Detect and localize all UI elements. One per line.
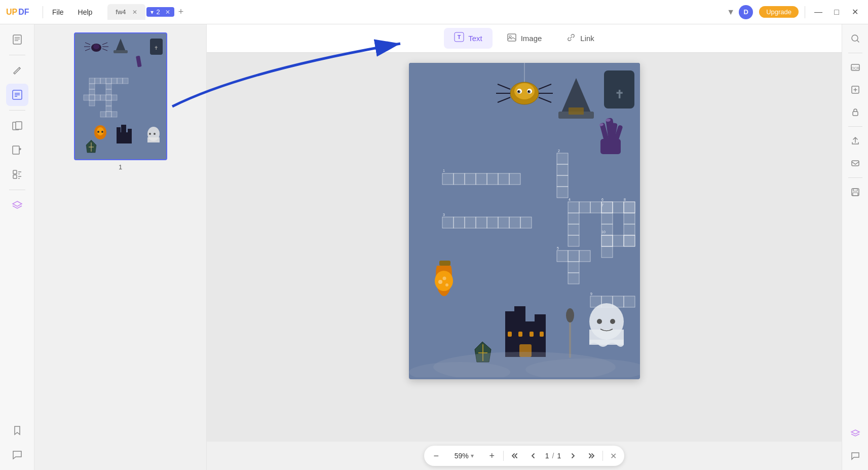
tab-2[interactable]: ▾ 2 ✕ [146, 7, 174, 17]
upgrade-divider [805, 6, 805, 18]
svg-rect-45 [106, 95, 111, 100]
upgrade-button[interactable]: Upgrade [759, 6, 799, 18]
right-icon-lock[interactable] [845, 102, 865, 122]
svg-rect-136 [509, 217, 520, 228]
link-icon [566, 32, 576, 44]
svg-rect-49 [106, 100, 111, 106]
svg-text:1: 1 [443, 169, 445, 172]
tab-fw4[interactable]: fw4 ✕ [107, 4, 145, 20]
zoom-dropdown-icon[interactable]: ▾ [471, 452, 474, 459]
sidebar-icon-convert[interactable] [6, 139, 28, 161]
nav-next-button[interactable] [565, 448, 581, 464]
sidebar-icon-pages[interactable] [6, 115, 28, 137]
sidebar-divider-2 [9, 110, 25, 111]
sidebar-icon-bookmark[interactable] [6, 419, 28, 442]
sidebar-icon-forms[interactable] [6, 163, 28, 186]
svg-point-56 [97, 131, 99, 133]
svg-rect-42 [84, 95, 89, 100]
nav-last-button[interactable] [583, 448, 599, 464]
svg-rect-111 [557, 164, 568, 175]
right-icon-save[interactable] [845, 182, 865, 202]
svg-rect-130 [442, 217, 454, 228]
logo-divider [43, 6, 43, 18]
toolbar-link-label: Link [580, 34, 594, 43]
minimize-button[interactable]: — [811, 5, 825, 19]
menu-file[interactable]: File [45, 6, 71, 18]
right-icon-comments[interactable] [845, 446, 865, 466]
svg-point-61 [154, 133, 156, 135]
svg-point-57 [101, 131, 103, 133]
svg-rect-106 [465, 173, 476, 185]
tab-fw4-close[interactable]: ✕ [132, 9, 137, 16]
svg-rect-110 [509, 173, 520, 185]
svg-rect-44 [100, 95, 106, 100]
svg-rect-138 [568, 213, 579, 224]
right-icon-layers[interactable] [845, 423, 865, 444]
right-icon-email[interactable] [845, 153, 865, 173]
tab-dropdown-icon[interactable]: ▾ [150, 9, 154, 16]
toolbar-image-button[interactable]: Image [497, 28, 552, 48]
svg-rect-11 [13, 170, 17, 174]
nav-prev-button[interactable] [525, 448, 541, 464]
menu-help[interactable]: Help [71, 6, 100, 18]
svg-rect-150 [557, 250, 568, 262]
right-divider-3 [848, 177, 862, 178]
zoom-percentage: 59% [455, 452, 469, 460]
svg-point-163 [445, 283, 448, 286]
right-divider-2 [848, 126, 862, 127]
svg-rect-105 [454, 173, 465, 185]
sidebar-icon-pen[interactable] [6, 59, 28, 82]
svg-rect-147 [601, 235, 613, 246]
svg-rect-153 [568, 262, 579, 273]
svg-rect-40 [89, 95, 95, 100]
zoom-decrease-button[interactable]: − [428, 448, 444, 464]
svg-rect-65 [121, 125, 126, 133]
svg-rect-148 [601, 246, 613, 258]
zoom-separator-2 [602, 451, 603, 461]
svg-text:✝: ✝ [154, 45, 158, 51]
sidebar-icon-layers[interactable] [6, 194, 28, 216]
sidebar-divider-3 [9, 190, 25, 190]
toolbar-text-label: Text [468, 34, 482, 43]
svg-rect-121 [601, 202, 613, 213]
sidebar-icon-comments[interactable] [6, 444, 28, 466]
svg-rect-32 [95, 78, 100, 84]
maximize-button[interactable]: □ [829, 5, 844, 19]
zoom-value-display[interactable]: 59% ▾ [446, 452, 482, 460]
tab-add-button[interactable]: + [174, 5, 188, 19]
tab-2-close[interactable]: ✕ [165, 9, 170, 16]
close-zoom-button[interactable]: ✕ [606, 449, 620, 463]
svg-rect-108 [487, 173, 498, 185]
tabs-dropdown-icon[interactable]: ▼ [727, 8, 735, 17]
thumbnail-item-1[interactable]: ✝ [74, 32, 167, 171]
toolbar-link-button[interactable]: Link [556, 28, 605, 48]
right-icon-search[interactable] [845, 28, 865, 49]
left-sidebar [0, 24, 34, 470]
sidebar-icon-edit[interactable] [6, 84, 28, 106]
svg-rect-139 [568, 224, 579, 235]
svg-rect-175 [530, 332, 534, 337]
page-current: 1 [545, 452, 549, 460]
svg-rect-127 [624, 224, 635, 235]
right-icon-edit[interactable] [845, 80, 865, 100]
svg-point-167 [597, 319, 602, 324]
toolbar-text-button[interactable]: T Text [444, 28, 493, 49]
svg-point-179 [566, 308, 574, 322]
svg-point-81 [517, 91, 519, 92]
pdf-viewer[interactable]: ✝ 2 [207, 53, 842, 442]
thumbnail-panel: ✝ [34, 24, 207, 470]
svg-rect-63 [117, 127, 121, 134]
right-icon-ocr[interactable]: OCR [845, 57, 865, 78]
right-icon-share[interactable] [845, 131, 865, 151]
toolbar: T Text Image Link [207, 24, 842, 53]
svg-rect-51 [100, 112, 106, 117]
svg-rect-113 [557, 187, 568, 198]
svg-rect-192 [852, 161, 859, 166]
zoom-increase-button[interactable]: + [484, 448, 500, 464]
sidebar-icon-reader[interactable] [6, 28, 28, 51]
svg-rect-135 [498, 217, 509, 228]
content-area: T Text Image Link [207, 24, 842, 470]
svg-rect-117 [590, 202, 601, 213]
nav-first-button[interactable] [507, 448, 523, 464]
close-button[interactable]: ✕ [848, 5, 862, 19]
